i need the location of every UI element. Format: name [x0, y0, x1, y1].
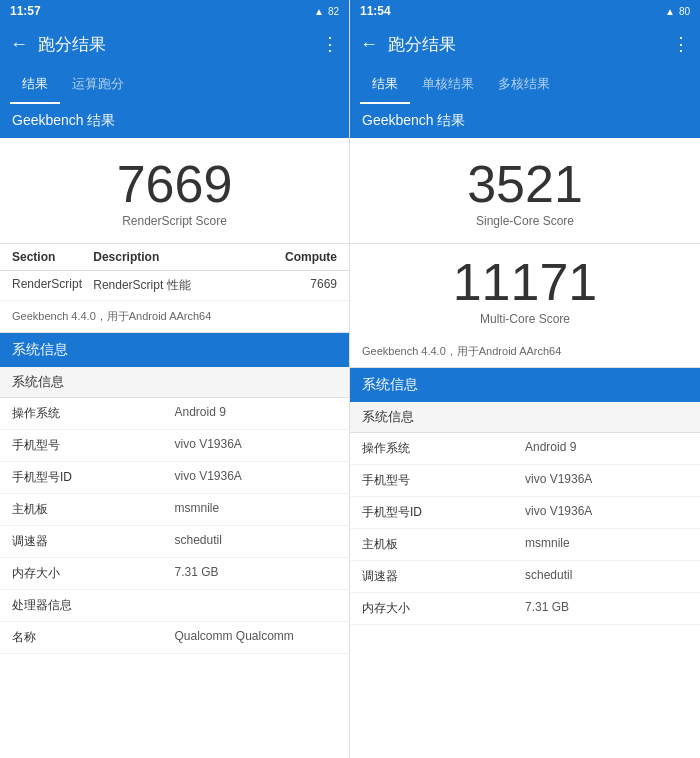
info-row-governor: 调速器 schedutil [0, 526, 349, 558]
info-value-processor [175, 597, 338, 614]
score-label-right-1: Single-Core Score [360, 214, 690, 228]
score-label-left: RenderScript Score [10, 214, 339, 228]
time-right: 11:54 [360, 4, 391, 18]
info-value-board: msmnile [175, 501, 338, 518]
status-icons-left: ▲ 82 [314, 6, 339, 17]
info-value-os: Android 9 [175, 405, 338, 422]
info-value-memory-right: 7.31 GB [525, 600, 688, 617]
status-bar-left: 11:57 ▲ 82 [0, 0, 349, 22]
score-table-left: Section Description Compute RenderScript… [0, 243, 349, 301]
info-value-governor: schedutil [175, 533, 338, 550]
page-title-right: 跑分结果 [388, 33, 672, 56]
status-bar-right: 11:54 ▲ 80 [350, 0, 700, 22]
info-row-governor-right: 调速器 schedutil [350, 561, 700, 593]
info-label-memory-right: 内存大小 [362, 600, 525, 617]
info-label-processor: 处理器信息 [12, 597, 175, 614]
back-button-right[interactable]: ← [360, 34, 378, 55]
col-desc-header: Description [93, 250, 256, 264]
score-number-right-1: 3521 [360, 158, 690, 210]
version-info-right: Geekbench 4.4.0，用于Android AArch64 [350, 336, 700, 368]
info-value-model-right: vivo V1936A [525, 472, 688, 489]
sys-subsection-left: 系统信息 [0, 367, 349, 398]
left-panel: 11:57 ▲ 82 ← 跑分结果 ⋮ 结果 运算跑分 Geekbench 结果… [0, 0, 350, 758]
info-label-board: 主机板 [12, 501, 175, 518]
info-row-model-right: 手机型号 vivo V1936A [350, 465, 700, 497]
info-label-governor: 调速器 [12, 533, 175, 550]
score-container-right-1: 3521 Single-Core Score [350, 138, 700, 243]
info-label-modelid: 手机型号ID [12, 469, 175, 486]
info-label-name: 名称 [12, 629, 175, 646]
info-row-os: 操作系统 Android 9 [0, 398, 349, 430]
table-row: RenderScript RenderScript 性能 7669 [0, 271, 349, 301]
score-container-left: 7669 RenderScript Score [0, 138, 349, 243]
geekbench-header-left: Geekbench 结果 [0, 104, 349, 138]
col-compute-header: Compute [256, 250, 337, 264]
right-panel: 11:54 ▲ 80 ← 跑分结果 ⋮ 结果 单核结果 多核结果 Geekben… [350, 0, 700, 758]
score-container-right-2: 11171 Multi-Core Score [350, 244, 700, 336]
info-value-os-right: Android 9 [525, 440, 688, 457]
info-row-os-right: 操作系统 Android 9 [350, 433, 700, 465]
score-table-header: Section Description Compute [0, 244, 349, 271]
info-label-governor-right: 调速器 [362, 568, 525, 585]
menu-button-right[interactable]: ⋮ [672, 33, 690, 55]
info-row-modelid: 手机型号ID vivo V1936A [0, 462, 349, 494]
row-desc: RenderScript 性能 [93, 277, 256, 294]
score-label-right-2: Multi-Core Score [360, 312, 690, 326]
battery-icon-right: 80 [679, 6, 690, 17]
battery-icon: 82 [328, 6, 339, 17]
col-section-header: Section [12, 250, 93, 264]
info-row-board: 主机板 msmnile [0, 494, 349, 526]
info-label-board-right: 主机板 [362, 536, 525, 553]
sys-subsection-right: 系统信息 [350, 402, 700, 433]
version-info-left: Geekbench 4.4.0，用于Android AArch64 [0, 301, 349, 333]
tab-bar-left: 结果 运算跑分 [0, 66, 349, 104]
info-value-modelid: vivo V1936A [175, 469, 338, 486]
tab-bar-right: 结果 单核结果 多核结果 [350, 66, 700, 104]
info-row-memory: 内存大小 7.31 GB [0, 558, 349, 590]
tab-single-right[interactable]: 单核结果 [410, 66, 486, 104]
info-row-memory-right: 内存大小 7.31 GB [350, 593, 700, 625]
sys-section-header-left: 系统信息 [0, 333, 349, 367]
info-label-model-right: 手机型号 [362, 472, 525, 489]
page-title-left: 跑分结果 [38, 33, 321, 56]
info-row-model: 手机型号 vivo V1936A [0, 430, 349, 462]
info-value-model: vivo V1936A [175, 437, 338, 454]
tab-results-left[interactable]: 结果 [10, 66, 60, 104]
wifi-icon: ▲ [314, 6, 324, 17]
tab-multi-right[interactable]: 多核结果 [486, 66, 562, 104]
info-row-modelid-right: 手机型号ID vivo V1936A [350, 497, 700, 529]
tab-compute-left[interactable]: 运算跑分 [60, 66, 136, 104]
menu-button-left[interactable]: ⋮ [321, 33, 339, 55]
info-row-name: 名称 Qualcomm Qualcomm [0, 622, 349, 654]
info-label-os: 操作系统 [12, 405, 175, 422]
info-value-modelid-right: vivo V1936A [525, 504, 688, 521]
info-label-modelid-right: 手机型号ID [362, 504, 525, 521]
info-label-model: 手机型号 [12, 437, 175, 454]
back-button-left[interactable]: ← [10, 34, 28, 55]
row-compute: 7669 [256, 277, 337, 294]
geekbench-header-right: Geekbench 结果 [350, 104, 700, 138]
info-value-memory: 7.31 GB [175, 565, 338, 582]
score-number-right-2: 11171 [360, 256, 690, 308]
tab-results-right[interactable]: 结果 [360, 66, 410, 104]
top-bar-right: ← 跑分结果 ⋮ [350, 22, 700, 66]
info-label-memory: 内存大小 [12, 565, 175, 582]
status-icons-right: ▲ 80 [665, 6, 690, 17]
wifi-icon-right: ▲ [665, 6, 675, 17]
info-value-board-right: msmnile [525, 536, 688, 553]
score-number-left: 7669 [10, 158, 339, 210]
info-row-processor: 处理器信息 [0, 590, 349, 622]
info-value-governor-right: schedutil [525, 568, 688, 585]
info-value-name: Qualcomm Qualcomm [175, 629, 338, 646]
sys-section-header-right: 系统信息 [350, 368, 700, 402]
time-left: 11:57 [10, 4, 41, 18]
info-row-board-right: 主机板 msmnile [350, 529, 700, 561]
row-section: RenderScript [12, 277, 93, 294]
info-label-os-right: 操作系统 [362, 440, 525, 457]
top-bar-left: ← 跑分结果 ⋮ [0, 22, 349, 66]
